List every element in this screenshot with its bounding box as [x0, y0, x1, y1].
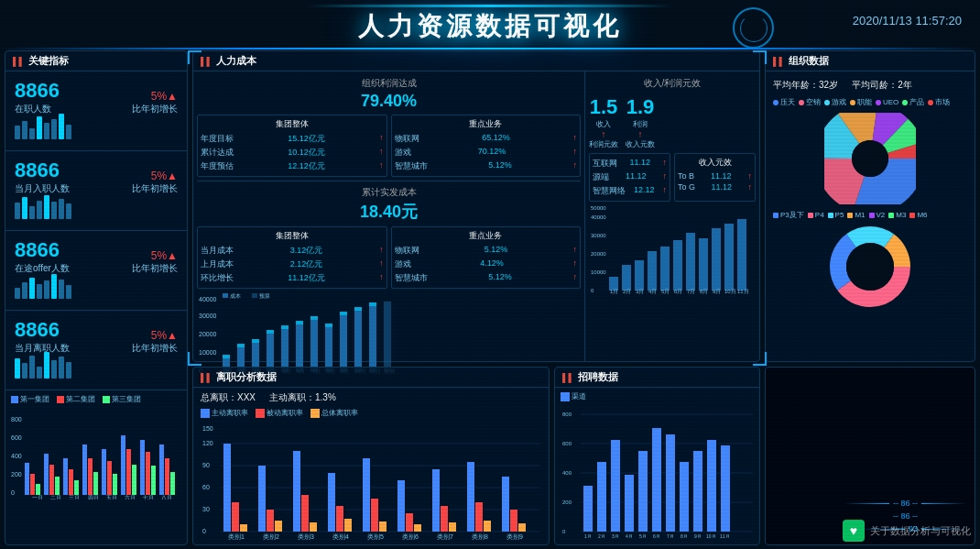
svg-text:11月: 11月 — [720, 533, 730, 538]
org-group-label: 集团整体 — [201, 118, 384, 130]
svg-rect-137 — [258, 466, 266, 532]
svg-rect-64 — [325, 324, 332, 327]
svg-text:50000: 50000 — [591, 205, 606, 211]
svg-rect-49 — [252, 339, 259, 343]
svg-text:1月: 1月 — [584, 533, 592, 538]
svg-rect-57 — [296, 324, 303, 372]
svg-rect-21 — [102, 449, 106, 495]
svg-text:11月: 11月 — [737, 289, 749, 294]
svg-rect-13 — [63, 458, 68, 495]
income-val: 1.5 — [589, 95, 618, 119]
svg-text:7月: 7月 — [667, 533, 674, 538]
svg-text:7月: 7月 — [687, 289, 695, 294]
recruit-panel-title: 招聘数据 — [555, 368, 759, 388]
svg-text:四月: 四月 — [88, 495, 99, 500]
svg-rect-61 — [310, 316, 318, 320]
svg-text:6月: 6月 — [674, 289, 682, 294]
svg-rect-154 — [406, 513, 413, 532]
svg-rect-167 — [518, 523, 526, 532]
bottom-right-panel: -- 86 -- -- 86 -- 93 — [765, 367, 975, 545]
svg-rect-142 — [301, 495, 309, 532]
svg-text:6月: 6月 — [653, 533, 660, 538]
legend-group3: 第三集团 — [112, 394, 141, 404]
kpi-change-label-3: 比年初增长 — [132, 342, 178, 355]
legend-group1: 第一集团 — [20, 394, 49, 404]
total-resign: 总离职：XXX — [201, 391, 256, 404]
svg-rect-7 — [36, 484, 40, 495]
svg-text:1月: 1月 — [610, 289, 618, 294]
left-bottom-chart-area: 第一集团 第二集团 第三集团 0 200 400 600 800 一月 — [5, 390, 187, 507]
svg-text:9月: 9月 — [713, 289, 721, 294]
svg-text:类别7: 类别7 — [437, 533, 453, 540]
svg-text:20000: 20000 — [591, 251, 606, 257]
svg-rect-79 — [252, 293, 257, 298]
org-profit-value: 79.40% — [197, 92, 581, 111]
svg-rect-35 — [170, 472, 175, 495]
svg-rect-69 — [354, 311, 362, 372]
svg-rect-153 — [397, 480, 405, 532]
svg-rect-149 — [363, 458, 370, 532]
svg-text:类别2: 类别2 — [263, 533, 279, 540]
svg-text:10月: 10月 — [706, 533, 716, 538]
svg-text:8月: 8月 — [681, 533, 688, 538]
kpi-value-0: 8866 — [15, 79, 60, 103]
svg-rect-33 — [159, 445, 164, 495]
org-keybiz-label: 重点业务 — [395, 118, 578, 130]
svg-text:二月: 二月 — [50, 495, 61, 500]
svg-rect-135 — [240, 524, 247, 532]
dev-group-label: 集团整体 — [201, 230, 384, 242]
svg-rect-162 — [475, 502, 483, 532]
recruit-bar-chart: 0 200 400 600 800 1月 2月 3月 4月 5月 6月 — [561, 405, 753, 538]
svg-rect-185 — [625, 475, 634, 532]
svg-rect-155 — [414, 524, 421, 532]
kpi-change-0: 5%▲ — [151, 90, 178, 103]
left-bottom-bar-chart: 0 200 400 600 800 一月 二月 三月 四月 — [11, 408, 183, 500]
svg-rect-27 — [132, 465, 136, 495]
svg-rect-66 — [340, 315, 347, 372]
svg-text:类别9: 类别9 — [506, 533, 523, 540]
svg-text:类别8: 类别8 — [472, 533, 488, 540]
org-donut-chart — [829, 225, 911, 308]
svg-rect-165 — [502, 477, 509, 532]
svg-text:30000: 30000 — [591, 233, 606, 238]
dev-keybiz-label: 重点业务 — [395, 230, 578, 242]
svg-text:150: 150 — [202, 425, 213, 432]
kpi-change-label-0: 比年初增长 — [132, 103, 178, 115]
section-header-dev: 累计实发成本 — [197, 184, 581, 201]
cost-panel: 人力成本 组织利润达成 79.40% 集团整体 年度目标15.12亿元↑ 累计达… — [192, 50, 760, 362]
kpi-value-1: 8866 — [15, 159, 60, 182]
svg-rect-97 — [673, 240, 682, 291]
kpi-label-0: 在职人数 — [15, 103, 51, 115]
svg-text:一月: 一月 — [32, 495, 43, 500]
resign-panel-title: 离职分析数据 — [193, 368, 549, 388]
svg-text:600: 600 — [562, 441, 572, 446]
income-sub1: 利润元效 — [589, 139, 618, 149]
svg-rect-31 — [151, 466, 156, 495]
recruit-legend-channel: 渠道 — [572, 391, 586, 401]
kpi-change-label-2: 比年初增长 — [132, 262, 178, 275]
svg-text:六月: 六月 — [125, 494, 136, 500]
title-text: 人力资源数据可视化 — [358, 9, 622, 44]
svg-text:600: 600 — [11, 434, 22, 441]
svg-text:90: 90 — [202, 462, 210, 468]
svg-rect-43 — [223, 355, 230, 358]
svg-rect-5 — [25, 463, 29, 495]
svg-text:10000: 10000 — [591, 269, 606, 275]
svg-text:类别5: 类别5 — [367, 533, 384, 540]
income-label: 收入 — [589, 119, 618, 129]
profit-val: 1.9 — [626, 95, 655, 119]
svg-rect-197 — [707, 440, 716, 532]
svg-rect-19 — [93, 472, 98, 495]
svg-text:八月: 八月 — [161, 495, 172, 500]
tob-label: To B — [678, 171, 694, 181]
section-header-org: 组织利润达成 — [197, 75, 581, 92]
kpi-item-0: 8866 5%▲ 在职人数 比年初增长 — [5, 71, 187, 151]
svg-rect-10 — [49, 465, 54, 495]
svg-rect-191 — [666, 434, 675, 532]
org-pie-chart — [824, 113, 916, 204]
svg-rect-75 — [384, 302, 391, 372]
income-title: 收入/利润元效 — [589, 75, 756, 92]
svg-text:类别4: 类别4 — [332, 533, 349, 540]
profit-sub2: 收入元数 — [626, 139, 655, 149]
watermark: ♥ 关于数据分析与可视化 — [843, 520, 971, 542]
